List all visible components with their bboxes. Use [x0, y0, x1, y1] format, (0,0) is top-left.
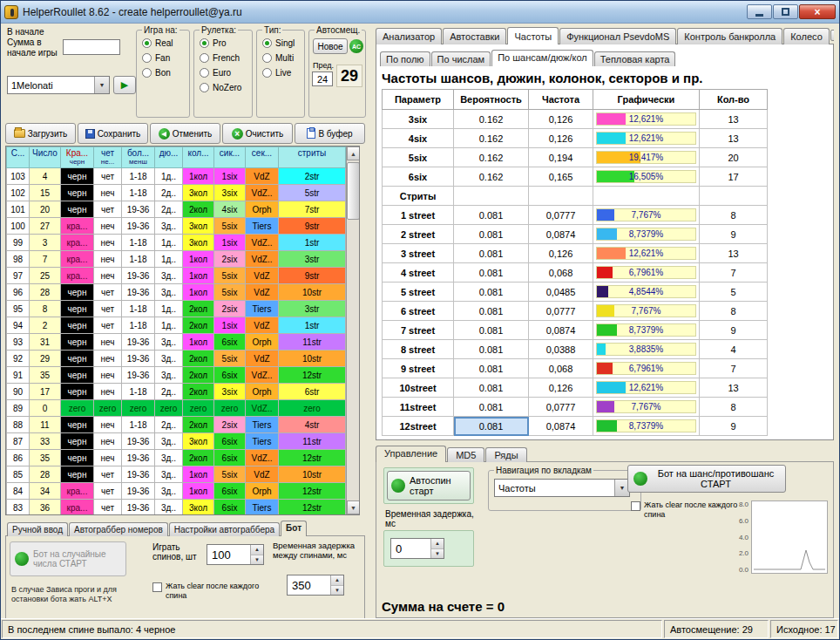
save-button[interactable]: Сохранить	[78, 123, 148, 144]
buffer-button[interactable]: В буфер	[295, 123, 365, 144]
column-header[interactable]: Число	[30, 147, 61, 168]
radio-Bon[interactable]: Bon	[142, 65, 186, 80]
table-row: 9229черннеч19-363д..2кол5sixVdZ10str	[7, 351, 346, 367]
preset-combo[interactable]: 1Melonati ▼	[7, 76, 110, 94]
radio-icon	[142, 38, 152, 48]
scroll-thumb[interactable]	[347, 162, 360, 220]
scroll-up-icon[interactable]: ▲	[347, 146, 360, 160]
radio-Real[interactable]: Real	[142, 36, 186, 51]
column-header[interactable]: четне...	[94, 147, 122, 168]
tab-MD5[interactable]: MD5	[447, 447, 484, 462]
stepper-up-icon[interactable]: ▲	[251, 545, 263, 555]
delay-stepper[interactable]: 0 ▲▼	[390, 538, 444, 559]
start-sum-label: В начале Сумма в начале игры	[7, 27, 58, 58]
tab-Ряды[interactable]: Ряды	[485, 447, 526, 462]
stepper-down-icon[interactable]: ▼	[431, 549, 444, 559]
column-header[interactable]: кол...	[183, 147, 214, 168]
minimize-button[interactable]	[747, 4, 772, 19]
tab-По полю[interactable]: По полю	[380, 51, 430, 66]
autospin-start-button[interactable]: Автоспин старт	[387, 471, 471, 500]
disk-icon	[85, 129, 95, 139]
left-panel: В начале Сумма в начале игры 1Melonati ▼…	[1, 24, 370, 618]
play-button[interactable]: ▶	[113, 76, 136, 94]
game-group: Игра на: RealFanBon	[136, 25, 190, 118]
radio-Singl[interactable]: Singl	[262, 36, 301, 51]
column-header[interactable]: дю...	[155, 147, 183, 168]
tab-Колесо[interactable]: Колесо	[783, 28, 830, 44]
tab-Анализатор[interactable]: Анализатор	[376, 28, 442, 44]
statusbar: В последнем спине выпало: 4 черное Автос…	[1, 618, 839, 639]
table-row: 987кра...неч1-181д..1кол2sixVdZ..3str	[7, 251, 346, 268]
freq-row: 1 street0.0810,07777,767%8	[383, 206, 768, 225]
new-shift-button[interactable]: Новое	[313, 38, 348, 54]
table-row: 8528чернчет19-363д..1кол5sixVdZ10str	[7, 466, 346, 483]
stepper-up-icon[interactable]: ▲	[431, 539, 444, 549]
chance-bot-start-button[interactable]: Бот на шанс/противошанс СТАРТ	[627, 465, 786, 493]
radio-French[interactable]: French	[200, 51, 248, 65]
tab-Тепловая карта[interactable]: Тепловая карта	[594, 51, 676, 66]
freq-table: ПараметрВероятностьЧастотаГрафическиКол-…	[382, 89, 768, 436]
scroll-down-icon[interactable]: ▼	[347, 500, 360, 514]
prev-shift-value[interactable]: 24	[312, 71, 333, 86]
tab-navigation-combo[interactable]: Частоты ▼	[494, 479, 630, 497]
radio-Fan[interactable]: Fan	[142, 51, 186, 65]
freq-column-header[interactable]: Параметр	[383, 90, 454, 110]
freq-row: 3 street0.0810,12612,621%13	[383, 244, 768, 263]
freq-column-header[interactable]: Кол-во	[700, 90, 768, 110]
spins-table: С... Число Кра...чернчетне...бол...меншд…	[6, 146, 346, 515]
radio-icon	[200, 38, 209, 48]
freq-bar: 6,7961%	[596, 362, 696, 375]
clear-after-spin-checkbox[interactable]: Жать clear после каждого спина	[631, 500, 739, 520]
stepper-down-icon[interactable]: ▼	[251, 555, 263, 565]
load-button[interactable]: Загрузить	[5, 123, 76, 144]
random-numbers-bot-button[interactable]: Бот на случайные числа СТАРТ	[10, 541, 126, 576]
tab-Частоты[interactable]: Частоты	[507, 27, 559, 44]
table-row: 9331черннеч19-363д..1кол6sixOrph11str	[7, 334, 346, 351]
tab-Управление[interactable]: Управление	[376, 446, 446, 462]
clear-after-spin-checkbox[interactable]: Жать clear после каждого спина	[152, 582, 264, 601]
tab-Автоставки[interactable]: Автоставки	[443, 28, 506, 44]
tab-По шансам/дюж/кол[interactable]: По шансам/дюж/кол	[491, 50, 593, 66]
spins-count-stepper[interactable]: 100 ▲▼	[207, 544, 264, 565]
tab-Автограббер номеров[interactable]: Автограббер номеров	[69, 522, 168, 536]
stepper-down-icon[interactable]: ▼	[331, 586, 343, 596]
radio-Pro[interactable]: Pro	[200, 36, 248, 51]
minimize-icon	[755, 14, 763, 17]
radio-icon	[200, 53, 209, 63]
bot-icon	[15, 552, 29, 566]
radio-Live[interactable]: Live	[262, 65, 301, 80]
tab-Бот[interactable]: Бот	[281, 521, 307, 536]
freq-bar: 12,621%	[596, 381, 696, 394]
table-row: 890zerozerozerozerozerozeroVdZ..zero	[7, 400, 346, 417]
titlebar[interactable]: HelperRoullet 8.62 - create helperroulle…	[1, 1, 839, 24]
radio-Euro[interactable]: Euro	[200, 65, 248, 80]
tab-scroll-buttons[interactable]: ◄►	[830, 30, 834, 41]
freq-column-header[interactable]: Графически	[593, 90, 700, 110]
tab-Ручной ввод[interactable]: Ручной ввод	[7, 522, 68, 536]
undo-button[interactable]: Отменить	[150, 123, 220, 144]
freq-column-header[interactable]: Частота	[529, 90, 593, 110]
chevron-down-icon[interactable]: ▼	[94, 77, 109, 93]
column-header[interactable]: Кра...черн	[61, 147, 94, 168]
tab-Настройки автограббера[interactable]: Настройки автограббера	[169, 522, 280, 536]
radio-Multi[interactable]: Multi	[262, 51, 301, 65]
tab-Контроль банкролла[interactable]: Контроль банкролла	[677, 28, 782, 44]
tab-По числам[interactable]: По числам	[431, 51, 491, 66]
column-header[interactable]: С...	[7, 147, 30, 168]
column-header[interactable]: сек...	[246, 147, 279, 168]
clear-button[interactable]: Очистить	[222, 123, 293, 144]
chart-plot-area	[751, 500, 828, 574]
radio-NoZero[interactable]: NoZero	[200, 80, 248, 95]
table-scrollbar[interactable]: ▲ ▼	[346, 146, 360, 514]
column-header[interactable]: бол...менш	[122, 147, 155, 168]
spin-delay-stepper[interactable]: 350 ▲▼	[287, 575, 344, 596]
right-panel: АнализаторАвтоставкиЧастотыФункционал Ps…	[370, 24, 839, 618]
freq-column-header[interactable]: Вероятность	[454, 90, 529, 110]
tab-Функционал PsevdoMS[interactable]: Функционал PsevdoMS	[559, 28, 676, 44]
stepper-up-icon[interactable]: ▲	[331, 575, 343, 586]
close-button[interactable]: ×	[799, 4, 836, 19]
maximize-button[interactable]	[773, 4, 798, 19]
column-header[interactable]: стриты	[279, 147, 346, 168]
column-header[interactable]: сик...	[214, 147, 246, 168]
start-sum-input[interactable]	[63, 39, 120, 55]
